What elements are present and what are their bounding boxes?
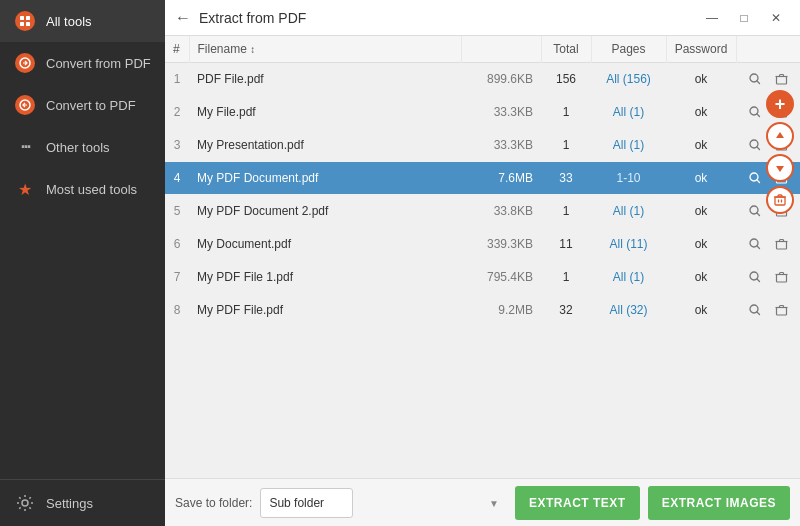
row-num: 1 — [165, 63, 189, 96]
row-size: 339.3KB — [461, 228, 541, 261]
search-password-button[interactable] — [744, 233, 766, 255]
settings-label: Settings — [46, 496, 93, 511]
most-used-icon: ★ — [14, 178, 36, 200]
other-tools-icon: ··· — [14, 136, 36, 158]
row-total: 1 — [541, 195, 591, 228]
svg-rect-23 — [775, 197, 785, 205]
svg-rect-20 — [776, 274, 786, 282]
sidebar-item-convert-from[interactable]: Convert from PDF — [0, 42, 165, 84]
main-panel: ← Extract from PDF — □ ✕ # Filename ↕ To… — [165, 0, 800, 526]
row-size: 899.6KB — [461, 63, 541, 96]
row-pages[interactable]: All (1) — [591, 261, 666, 294]
row-actions — [736, 228, 800, 261]
extract-text-button[interactable]: EXTRACT TEXT — [515, 486, 640, 520]
svg-rect-22 — [776, 307, 786, 315]
folder-select[interactable]: Sub folderSame folderCustom folder — [260, 488, 353, 518]
chevron-down-icon: ▼ — [489, 497, 499, 508]
file-table-container: # Filename ↕ Total Pages Password 1 PDF … — [165, 36, 800, 478]
row-password: ok — [666, 261, 736, 294]
col-total: Total — [541, 36, 591, 63]
delete-file-button[interactable] — [770, 233, 792, 255]
row-num: 6 — [165, 228, 189, 261]
sidebar-item-convert-to[interactable]: Convert to PDF — [0, 84, 165, 126]
table-row[interactable]: 1 PDF File.pdf 899.6KB 156 All (156) ok — [165, 63, 800, 96]
row-total: 1 — [541, 129, 591, 162]
row-pages[interactable]: All (1) — [591, 96, 666, 129]
table-row[interactable]: 4 My PDF Document.pdf 7.6MB 33 1-10 ok — [165, 162, 800, 195]
svg-rect-3 — [26, 22, 30, 26]
back-button[interactable]: ← — [175, 9, 191, 27]
folder-select-wrapper: Sub folderSame folderCustom folder ▼ — [260, 488, 507, 518]
row-total: 11 — [541, 228, 591, 261]
row-password: ok — [666, 96, 736, 129]
delete-file-button[interactable] — [770, 299, 792, 321]
move-up-button[interactable] — [766, 122, 794, 150]
window-controls: — □ ✕ — [698, 6, 790, 30]
bottom-bar: Save to folder: Sub folderSame folderCus… — [165, 478, 800, 526]
settings-icon — [14, 492, 36, 514]
row-num: 7 — [165, 261, 189, 294]
maximize-button[interactable]: □ — [730, 6, 758, 30]
row-num: 5 — [165, 195, 189, 228]
svg-rect-18 — [776, 241, 786, 249]
col-pages: Pages — [591, 36, 666, 63]
sidebar-item-label: Most used tools — [46, 182, 137, 197]
add-file-button[interactable]: + — [766, 90, 794, 118]
row-filename: My Document.pdf — [189, 228, 461, 261]
delete-file-button[interactable] — [770, 266, 792, 288]
row-total: 33 — [541, 162, 591, 195]
table-row[interactable]: 6 My Document.pdf 339.3KB 11 All (11) ok — [165, 228, 800, 261]
sidebar-settings[interactable]: Settings — [0, 479, 165, 526]
all-tools-icon — [14, 10, 36, 32]
table-row[interactable]: 2 My File.pdf 33.3KB 1 All (1) ok — [165, 96, 800, 129]
row-filename: PDF File.pdf — [189, 63, 461, 96]
row-pages[interactable]: All (32) — [591, 294, 666, 327]
row-size: 33.3KB — [461, 96, 541, 129]
col-filename: Filename ↕ — [189, 36, 461, 63]
row-total: 156 — [541, 63, 591, 96]
row-total: 32 — [541, 294, 591, 327]
move-down-button[interactable] — [766, 154, 794, 182]
extract-images-button[interactable]: EXTRACT IMAGES — [648, 486, 790, 520]
close-button[interactable]: ✕ — [762, 6, 790, 30]
row-num: 3 — [165, 129, 189, 162]
svg-point-6 — [22, 500, 28, 506]
row-filename: My PDF Document 2.pdf — [189, 195, 461, 228]
search-password-button[interactable] — [744, 266, 766, 288]
row-num: 8 — [165, 294, 189, 327]
row-actions — [736, 294, 800, 327]
sidebar-item-label: Convert from PDF — [46, 56, 151, 71]
convert-to-icon — [14, 94, 36, 116]
row-pages[interactable]: All (11) — [591, 228, 666, 261]
row-num: 4 — [165, 162, 189, 195]
save-to-folder-label: Save to folder: — [175, 496, 252, 510]
sidebar-item-label: Other tools — [46, 140, 110, 155]
minimize-button[interactable]: — — [698, 6, 726, 30]
convert-from-icon — [14, 52, 36, 74]
row-pages[interactable]: All (156) — [591, 63, 666, 96]
sidebar-item-label: All tools — [46, 14, 92, 29]
row-pages[interactable]: All (1) — [591, 195, 666, 228]
sidebar-item-other-tools[interactable]: ··· Other tools — [0, 126, 165, 168]
row-password: ok — [666, 162, 736, 195]
row-total: 1 — [541, 261, 591, 294]
row-total: 1 — [541, 96, 591, 129]
row-size: 33.8KB — [461, 195, 541, 228]
file-table: # Filename ↕ Total Pages Password 1 PDF … — [165, 36, 800, 327]
table-row[interactable]: 5 My PDF Document 2.pdf 33.8KB 1 All (1)… — [165, 195, 800, 228]
col-num: # — [165, 36, 189, 63]
row-pages[interactable]: All (1) — [591, 129, 666, 162]
col-size — [461, 36, 541, 63]
table-row[interactable]: 8 My PDF File.pdf 9.2MB 32 All (32) ok — [165, 294, 800, 327]
sidebar-item-all-tools[interactable]: All tools — [0, 0, 165, 42]
search-password-button[interactable] — [744, 299, 766, 321]
sidebar-item-most-used[interactable]: ★ Most used tools — [0, 168, 165, 210]
col-actions — [736, 36, 800, 63]
row-pages[interactable]: 1-10 — [591, 162, 666, 195]
right-action-buttons: + — [762, 86, 798, 218]
row-size: 9.2MB — [461, 294, 541, 327]
table-row[interactable]: 3 My Presentation.pdf 33.3KB 1 All (1) o… — [165, 129, 800, 162]
delete-all-button[interactable] — [766, 186, 794, 214]
table-row[interactable]: 7 My PDF File 1.pdf 795.4KB 1 All (1) ok — [165, 261, 800, 294]
row-password: ok — [666, 129, 736, 162]
